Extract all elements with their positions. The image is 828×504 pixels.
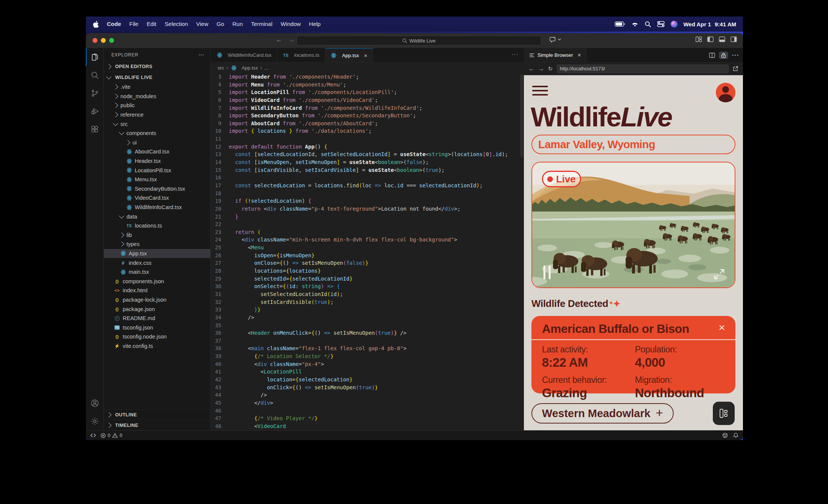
menu-item-edit[interactable]: Edit <box>143 21 161 27</box>
zoom-window-button[interactable] <box>109 38 114 43</box>
tree-item-videocard-tsx[interactable]: VideoCard.tsx <box>104 193 210 203</box>
tree-item-ui[interactable]: ui <box>104 138 210 147</box>
open-editors-section[interactable]: OPEN EDITORS <box>104 61 210 72</box>
layout-toggle-button[interactable] <box>713 402 735 425</box>
toggle-secondary-sidebar-icon[interactable] <box>731 36 737 42</box>
tree-item-index-css[interactable]: #index.css <box>104 258 210 267</box>
tree-item-secondarybutton-tsx[interactable]: SecondaryButton.tsx <box>104 184 210 194</box>
browser-reload-icon[interactable]: ↻ <box>548 65 553 72</box>
tree-item-menu-tsx[interactable]: Menu.tsx <box>104 175 210 184</box>
simple-browser-tab[interactable]: Simple Browser × <box>524 48 587 62</box>
settings-gear-icon[interactable] <box>86 412 104 430</box>
timeline-section[interactable]: TIMELINE <box>104 420 210 430</box>
run-debug-view-icon[interactable] <box>86 102 104 120</box>
editor-more-actions-icon[interactable]: ··· <box>511 51 519 58</box>
toggle-primary-sidebar-icon[interactable] <box>707 36 714 42</box>
close-card-icon[interactable]: × <box>717 323 727 333</box>
menu-item-file[interactable]: File <box>125 21 143 27</box>
notifications-bell-icon[interactable] <box>733 433 738 438</box>
tree-item-reference[interactable]: reference <box>104 110 210 120</box>
fullscreen-expand-icon[interactable] <box>714 269 725 280</box>
editor-tab-app-tsx[interactable]: App.tsx× <box>325 48 373 62</box>
explorer-view-icon[interactable] <box>86 48 104 66</box>
lock-icon[interactable] <box>719 52 728 59</box>
explorer-more-actions-icon[interactable]: ··· <box>199 52 204 58</box>
url-input[interactable]: http://localhost:5173/ <box>557 64 729 73</box>
tree-item-package-lock-json[interactable]: {}package-lock.json <box>104 295 210 305</box>
menu-item-help[interactable]: Help <box>305 21 325 27</box>
history-back-button[interactable]: ← <box>276 36 282 44</box>
customize-layout-icon[interactable] <box>696 36 702 42</box>
tree-item-tsconfig-node-json[interactable]: {}tsconfig.node.json <box>104 332 210 342</box>
search-view-icon[interactable] <box>86 66 104 84</box>
tree-item-tsconfig-json[interactable]: TStsconfig.json <box>104 323 210 332</box>
code-editor[interactable]: 3import Header from './components/Header… <box>211 73 524 430</box>
tree-item-locations-ts[interactable]: TSlocations.ts <box>104 221 210 231</box>
editor-tab-locations-ts[interactable]: TSlocations.ts <box>277 48 325 62</box>
tree-item-vite-config-ts[interactable]: ⚡vite.config.ts <box>104 342 210 351</box>
browser-back-icon[interactable]: ← <box>528 65 534 72</box>
western-meadowlark-button[interactable]: Western Meadowlark + <box>531 403 674 424</box>
menu-item-selection[interactable]: Selection <box>161 21 192 27</box>
close-window-button[interactable] <box>93 38 97 43</box>
tree-item--vite[interactable]: .vite <box>104 82 210 92</box>
tree-item-data[interactable]: data <box>104 212 210 221</box>
workspace-root-section[interactable]: WILDLIFE LIVE <box>104 72 210 82</box>
editor-tab-wildlifeinfocard-tsx[interactable]: WildlifeInfoCard.tsx <box>211 48 277 62</box>
breadcrumb-item[interactable]: src <box>218 65 224 71</box>
tree-item-components[interactable]: components <box>104 129 210 138</box>
tree-item-wildlifeinfocard-tsx[interactable]: WildlifeInfoCard.tsx <box>104 203 210 212</box>
copilot-menu-button[interactable] <box>549 36 561 43</box>
editor-scrollbar[interactable] <box>520 74 523 157</box>
tree-item-package-json[interactable]: {}package.json <box>104 304 210 314</box>
menu-item-view[interactable]: View <box>192 21 212 27</box>
breadcrumb[interactable]: src›App.tsx›... <box>211 62 524 73</box>
close-tab-icon[interactable]: × <box>364 52 367 59</box>
extensions-view-icon[interactable] <box>86 120 104 138</box>
split-editor-icon[interactable] <box>709 53 715 58</box>
live-video-card[interactable]: Live <box>531 162 735 288</box>
menu-hamburger-button[interactable] <box>532 86 548 96</box>
menu-item-window[interactable]: Window <box>277 21 305 27</box>
siri-icon[interactable] <box>671 21 677 27</box>
menu-item-code[interactable]: Code <box>103 21 125 27</box>
pause-button[interactable] <box>543 266 551 279</box>
history-forward-button[interactable]: → <box>288 36 295 44</box>
tree-item-app-tsx[interactable]: App.tsx <box>104 249 210 258</box>
wifi-icon[interactable] <box>631 21 639 27</box>
minimize-window-button[interactable] <box>101 38 106 43</box>
panel-more-actions-icon[interactable]: ··· <box>732 52 739 59</box>
tree-item-node-modules[interactable]: node_modules <box>104 92 210 101</box>
tree-item-types[interactable]: types <box>104 240 210 249</box>
browser-forward-icon[interactable]: → <box>538 65 544 72</box>
tree-item-public[interactable]: public <box>104 101 210 110</box>
tree-item-readme-md[interactable]: iREADME.md <box>104 314 210 323</box>
outline-section[interactable]: OUTLINE <box>104 409 210 420</box>
account-icon[interactable] <box>86 394 104 412</box>
apple-logo-icon[interactable] <box>93 21 99 28</box>
command-center-search[interactable]: Wildlife Live <box>297 36 541 46</box>
control-center-icon[interactable] <box>657 21 665 27</box>
feedback-smiley-icon[interactable] <box>722 433 728 438</box>
tree-item-src[interactable]: src <box>104 119 210 129</box>
menu-item-terminal[interactable]: Terminal <box>247 21 277 27</box>
open-external-icon[interactable] <box>733 66 738 71</box>
tree-item-lib[interactable]: lib <box>104 231 210 240</box>
breadcrumb-item[interactable]: ... <box>264 65 268 71</box>
close-tab-icon[interactable]: × <box>578 52 581 59</box>
tree-item-main-tsx[interactable]: main.tsx <box>104 267 210 277</box>
toggle-panel-icon[interactable] <box>719 36 725 42</box>
battery-icon[interactable] <box>615 21 625 27</box>
tree-item-header-tsx[interactable]: Header.tsx <box>104 156 210 166</box>
source-control-view-icon[interactable] <box>86 84 104 102</box>
profile-avatar[interactable] <box>716 83 735 102</box>
remote-indicator-icon[interactable] <box>90 433 96 438</box>
tree-item-components-json[interactable]: {}components.json <box>104 276 210 286</box>
location-pill-button[interactable]: Lamar Valley, Wyoming <box>531 135 735 154</box>
menu-item-go[interactable]: Go <box>213 21 228 27</box>
menu-item-run[interactable]: Run <box>228 21 247 27</box>
menu-bar-clock[interactable]: Wed Apr 19:41 AM <box>683 21 736 27</box>
tree-item-aboutcard-tsx[interactable]: AboutCard.tsx <box>104 147 210 156</box>
tree-item-locationpill-tsx[interactable]: LocationPill.tsx <box>104 165 210 175</box>
search-icon[interactable] <box>645 21 651 27</box>
